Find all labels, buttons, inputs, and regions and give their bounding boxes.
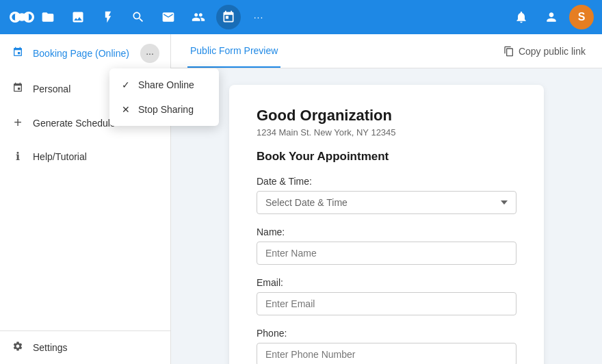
files-nav-icon[interactable] [36, 5, 60, 29]
sidebar-item-help[interactable]: ℹ Help/Tutorial [0, 140, 170, 172]
email-label: Email: [257, 277, 516, 288]
close-icon: ✕ [120, 104, 131, 115]
booking-page-icon [11, 47, 25, 60]
upload-icon[interactable] [539, 5, 564, 29]
nextcloud-logo [8, 8, 36, 27]
nav-right-group: S [509, 5, 594, 29]
content-area: Public Form Preview Copy public link Goo… [171, 34, 602, 364]
sidebar-bottom: Settings [0, 330, 170, 364]
top-navigation: ··· S [0, 0, 602, 34]
notification-bell-icon[interactable] [509, 5, 534, 29]
organization-name: Good Organization [257, 107, 516, 125]
photos-nav-icon[interactable] [66, 5, 90, 29]
phone-field-group: Phone: [257, 328, 516, 364]
sidebar-item-settings-label: Settings [33, 342, 68, 353]
calendar-nav-icon[interactable] [216, 5, 241, 29]
checkmark-icon: ✓ [120, 79, 131, 90]
content-header: Public Form Preview Copy public link [171, 34, 602, 68]
name-field-group: Name: [257, 226, 516, 265]
copy-public-link-button[interactable]: Copy public link [503, 46, 586, 57]
mail-nav-icon[interactable] [156, 5, 181, 29]
dropdown-menu: ✓ Share Online ✕ Stop Sharing [109, 68, 219, 126]
user-avatar[interactable]: S [569, 5, 594, 29]
name-label: Name: [257, 226, 516, 237]
sidebar-item-settings[interactable]: Settings [0, 331, 170, 364]
more-nav-icon[interactable]: ··· [246, 5, 271, 29]
stop-sharing-menuitem[interactable]: ✕ Stop Sharing [109, 97, 219, 122]
search-nav-icon[interactable] [126, 5, 150, 29]
share-online-menuitem[interactable]: ✓ Share Online [109, 73, 219, 97]
tab-public-form-preview[interactable]: Public Form Preview [187, 34, 280, 68]
settings-icon [11, 341, 25, 354]
sidebar-item-help-label: Help/Tutorial [33, 151, 87, 162]
booking-form-card: Good Organization 1234 Main St. New York… [229, 85, 544, 364]
activity-nav-icon[interactable] [96, 5, 120, 29]
sidebar-item-generate-label: Generate Schedule [33, 118, 116, 129]
main-layout: Booking Page (Online) ··· ✓ Share Online… [0, 34, 602, 364]
sidebar: Booking Page (Online) ··· ✓ Share Online… [0, 34, 171, 364]
organization-address: 1234 Main St. New York, NY 12345 [257, 127, 516, 138]
email-field-group: Email: [257, 277, 516, 315]
sidebar-item-booking-page[interactable]: Booking Page (Online) ··· [0, 34, 170, 73]
date-time-field-group: Date & Time: Select Date & Time [257, 176, 516, 214]
form-preview-area: Good Organization 1234 Main St. New York… [171, 68, 602, 364]
sidebar-item-personal-label: Personal [33, 83, 70, 94]
name-input[interactable] [257, 242, 516, 265]
booking-page-menu-btn[interactable]: ··· [140, 44, 159, 63]
stop-sharing-label: Stop Sharing [138, 104, 194, 115]
phone-label: Phone: [257, 328, 516, 339]
info-icon: ℹ [11, 150, 25, 163]
svg-rect-5 [15, 14, 29, 20]
personal-icon [11, 82, 25, 96]
date-time-label: Date & Time: [257, 176, 516, 187]
share-online-label: Share Online [138, 79, 194, 90]
sidebar-item-booking-label: Booking Page (Online) [33, 48, 129, 59]
add-icon: + [11, 115, 25, 131]
contacts-nav-icon[interactable] [186, 5, 211, 29]
date-time-select[interactable]: Select Date & Time [257, 191, 516, 214]
email-input[interactable] [257, 292, 516, 315]
copy-link-label: Copy public link [519, 46, 586, 57]
nav-icons-group: ··· [36, 5, 509, 29]
phone-input[interactable] [257, 343, 516, 364]
booking-form-title: Book Your Appointment [257, 150, 516, 164]
